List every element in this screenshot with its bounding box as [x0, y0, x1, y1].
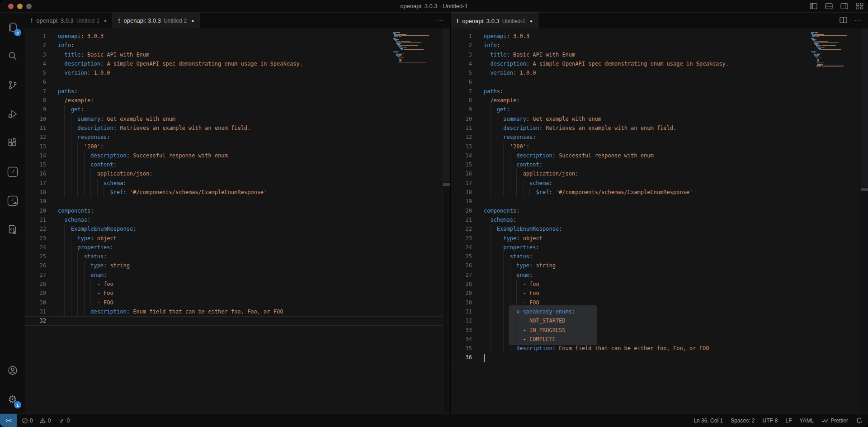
problems-indicator[interactable]: 0 0	[22, 418, 51, 424]
code-line-1[interactable]: 1openapi: 3.0.3	[451, 32, 860, 41]
notifications-bell-icon[interactable]	[856, 417, 863, 424]
code-line-5[interactable]: 5version: 1.0.0	[25, 68, 443, 77]
code-line-3[interactable]: 3title: Basic API with Enum	[25, 50, 443, 59]
toggle-panel-icon[interactable]	[825, 3, 833, 9]
ports-indicator[interactable]: 0	[58, 418, 70, 424]
code-line-14[interactable]: 14description: Successful response with …	[451, 151, 860, 160]
encoding[interactable]: UTF-8	[763, 418, 778, 424]
code-line-21[interactable]: 21schemas:	[451, 215, 860, 224]
code-line-13[interactable]: 13'200':	[25, 142, 443, 151]
remote-indicator[interactable]: ><	[0, 414, 17, 427]
code-area-left[interactable]: 1openapi: 3.0.32info:3title: Basic API w…	[25, 28, 443, 414]
code-line-9[interactable]: 9get:	[25, 105, 443, 114]
code-line-19[interactable]: 19	[451, 197, 860, 206]
code-line-34[interactable]: 34- COMPLETE	[451, 335, 860, 344]
code-line-4[interactable]: 4description: A simple OpenAPI spec demo…	[451, 59, 860, 68]
code-line-18[interactable]: 18$ref: '#/components/schemas/ExampleEnu…	[25, 188, 443, 197]
scrollbar-slider[interactable]	[861, 28, 868, 187]
code-line-20[interactable]: 20components:	[451, 206, 860, 215]
modified-dot-icon[interactable]: ●	[104, 18, 107, 23]
code-line-6[interactable]: 6	[25, 77, 443, 86]
indentation[interactable]: Spaces: 2	[731, 418, 755, 424]
more-actions-icon[interactable]: ⋯	[854, 17, 862, 25]
code-line-29[interactable]: 29- Foo	[25, 289, 443, 298]
language-mode[interactable]: YAML	[800, 418, 814, 424]
code-line-27[interactable]: 27enum:	[25, 270, 443, 280]
code-line-17[interactable]: 17schema:	[25, 179, 443, 188]
code-line-24[interactable]: 24properties:	[451, 243, 860, 252]
code-line-31[interactable]: 31description: Enum field that can be ei…	[25, 307, 443, 316]
code-line-11[interactable]: 11description: Retrieves an example with…	[25, 123, 443, 133]
search-icon[interactable]	[0, 42, 25, 71]
code-line-25[interactable]: 25status:	[25, 252, 443, 261]
code-line-16[interactable]: 16application/json:	[451, 169, 860, 178]
tab-untitled-1-left[interactable]: ! openapi: 3.0.3 Untitled-1 ●	[25, 13, 113, 28]
modified-dot-icon[interactable]: ●	[191, 18, 194, 23]
api-tools-extension-icon[interactable]	[0, 215, 25, 244]
code-line-19[interactable]: 19	[25, 197, 443, 206]
code-line-21[interactable]: 21schemas:	[25, 215, 443, 224]
code-line-17[interactable]: 17schema:	[451, 179, 860, 188]
code-line-22[interactable]: 22ExampleEnumResponse:	[25, 224, 443, 233]
code-line-15[interactable]: 15content:	[451, 160, 860, 169]
code-line-23[interactable]: 23type: object	[25, 234, 443, 243]
code-line-36[interactable]: 36	[451, 353, 860, 362]
eol-sequence[interactable]: LF	[786, 418, 792, 424]
code-line-25[interactable]: 25status:	[451, 252, 860, 261]
code-line-13[interactable]: 13'200':	[451, 142, 860, 151]
scrollbar-left[interactable]	[442, 28, 450, 414]
code-line-24[interactable]: 24properties:	[25, 243, 443, 252]
editor-left[interactable]: 1openapi: 3.0.32info:3title: Basic API w…	[25, 28, 450, 414]
scrollbar-right[interactable]	[860, 28, 868, 414]
code-line-12[interactable]: 12responses:	[25, 133, 443, 142]
accounts-icon[interactable]	[0, 356, 25, 385]
code-line-9[interactable]: 9get:	[451, 105, 860, 114]
code-line-10[interactable]: 10summary: Get example with enum	[25, 114, 443, 123]
code-line-1[interactable]: 1openapi: 3.0.3	[25, 32, 443, 41]
code-line-28[interactable]: 28- foo	[451, 280, 860, 289]
code-line-8[interactable]: 8/example:	[451, 96, 860, 105]
code-line-10[interactable]: 10summary: Get example with enum	[451, 114, 860, 123]
code-line-30[interactable]: 30- FOO	[25, 298, 443, 307]
tab-untitled-2-left[interactable]: ! openapi: 3.0.3 Untitled-2 ●	[113, 13, 200, 28]
scrollbar-slider[interactable]	[443, 28, 450, 182]
modified-dot-icon[interactable]: ●	[530, 19, 533, 24]
code-line-12[interactable]: 12responses:	[451, 133, 860, 142]
toggle-secondary-sidebar-icon[interactable]	[840, 3, 848, 9]
code-line-14[interactable]: 14description: Successful response with …	[25, 151, 443, 160]
code-line-20[interactable]: 20components:	[25, 206, 443, 215]
code-line-30[interactable]: 30- FOO	[451, 298, 860, 307]
minimize-window-button[interactable]	[17, 4, 23, 9]
code-line-27[interactable]: 27enum:	[451, 270, 860, 280]
prettier-indicator[interactable]: Prettier	[821, 418, 848, 424]
speakeasy-extension-icon[interactable]	[0, 157, 25, 186]
code-line-32[interactable]: 32	[25, 316, 443, 325]
minimap-right[interactable]	[810, 28, 852, 414]
code-line-7[interactable]: 7paths:	[451, 87, 860, 96]
close-window-button[interactable]	[8, 4, 14, 9]
run-and-debug-icon[interactable]	[0, 100, 25, 128]
cursor-position[interactable]: Ln 36, Col 1	[693, 418, 723, 424]
code-line-22[interactable]: 22ExampleEnumResponse:	[451, 224, 860, 233]
code-line-4[interactable]: 4description: A simple OpenAPI spec demo…	[25, 59, 443, 68]
code-line-5[interactable]: 5version: 1.0.0	[451, 68, 860, 77]
extensions-icon[interactable]	[0, 128, 25, 157]
customize-layout-icon[interactable]	[856, 3, 863, 9]
code-line-33[interactable]: 33- IN_PROGRESS	[451, 326, 860, 335]
explorer-icon[interactable]: 2	[0, 13, 25, 42]
code-line-15[interactable]: 15content:	[25, 160, 443, 169]
toggle-primary-sidebar-icon[interactable]	[810, 3, 817, 9]
code-line-6[interactable]: 6	[451, 77, 860, 86]
code-line-35[interactable]: 35description: Enum field that can be ei…	[451, 344, 860, 353]
code-line-8[interactable]: 8/example:	[25, 96, 443, 105]
code-line-3[interactable]: 3title: Basic API with Enum	[451, 50, 860, 59]
code-line-2[interactable]: 2info:	[25, 41, 443, 50]
split-editor-icon[interactable]	[840, 17, 847, 25]
code-line-11[interactable]: 11description: Retrieves an example with…	[451, 123, 860, 133]
source-control-icon[interactable]	[0, 71, 25, 100]
code-line-16[interactable]: 16application/json:	[25, 169, 443, 178]
code-line-2[interactable]: 2info:	[451, 41, 860, 50]
settings-gear-icon[interactable]: ⚙ 1	[0, 385, 25, 414]
code-line-31[interactable]: 31x-speakeasy-enums:	[451, 307, 860, 316]
minimap-left[interactable]	[392, 28, 434, 414]
